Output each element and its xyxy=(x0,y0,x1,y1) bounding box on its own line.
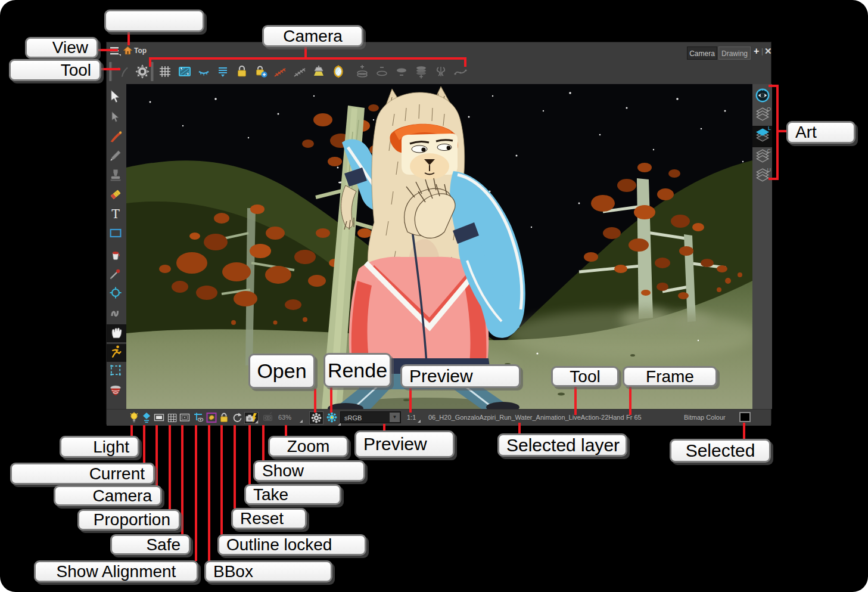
onion-skin-next-icon[interactable] xyxy=(216,64,230,79)
contour-editor-tool-icon[interactable] xyxy=(108,305,125,323)
take-snapshot-icon[interactable] xyxy=(244,412,259,424)
show-snapshot-icon[interactable] xyxy=(263,412,275,424)
connector-line xyxy=(314,389,316,413)
callout-current: Current xyxy=(10,463,155,485)
callout-reset: Reset xyxy=(231,508,307,529)
gear-icon[interactable] xyxy=(134,63,151,80)
show-alignment-icon[interactable] xyxy=(193,412,205,424)
add-view-icon[interactable]: + xyxy=(754,46,759,57)
proportion-grid-icon[interactable] xyxy=(167,412,179,424)
safe-area-icon[interactable] xyxy=(179,412,191,424)
overlay-letter: O xyxy=(767,106,771,112)
callout-opengl: Open xyxy=(248,354,315,389)
add-drawing-layer-icon[interactable] xyxy=(355,64,369,79)
brush-tool-icon[interactable] xyxy=(108,129,125,147)
callout-outline-locked: Outline locked xyxy=(217,534,366,556)
line-art-icon[interactable]: L xyxy=(752,126,772,147)
colour-art-icon[interactable]: C xyxy=(752,148,772,168)
connector-line xyxy=(181,425,183,535)
connector-line xyxy=(248,425,251,485)
view-main-area: T xyxy=(107,84,771,409)
light-table-icon[interactable] xyxy=(312,64,326,79)
underlay-art-letter: U xyxy=(767,167,771,173)
transform-tool-icon[interactable] xyxy=(108,110,125,128)
frame-counter: Fr 65 xyxy=(626,414,642,421)
paint-tool-icon[interactable] xyxy=(108,247,125,265)
dropper-tool-icon[interactable] xyxy=(108,266,125,284)
camera-mask-icon[interactable] xyxy=(154,412,166,424)
svg-text:T: T xyxy=(111,207,120,221)
underlay-art-icon[interactable]: U xyxy=(752,168,772,187)
callout-proportion: Proportion xyxy=(77,509,181,531)
onion-skin-previous-icon[interactable] xyxy=(197,64,211,79)
connector-line xyxy=(149,58,151,67)
callout-selected-colour: Selected xyxy=(670,439,771,463)
close-view-icon[interactable]: ✕ xyxy=(764,46,772,57)
lock-and-add-icon[interactable] xyxy=(254,64,268,79)
connector-line xyxy=(769,178,777,180)
animate-tool-icon[interactable] xyxy=(107,344,126,362)
zoom-menu-arrow-icon[interactable] xyxy=(300,420,303,423)
connector-line xyxy=(234,425,236,509)
marquee-select-tool-icon[interactable] xyxy=(108,363,125,381)
tab-drawing[interactable]: Drawing xyxy=(718,47,751,60)
outline-locked-drawings-icon[interactable] xyxy=(219,412,231,424)
connector-line xyxy=(98,49,118,51)
remove-drawing-layer-icon[interactable] xyxy=(375,64,389,79)
current-view-name: Top xyxy=(134,47,147,55)
connector-line xyxy=(155,425,158,486)
callout-preview-colour-space: Preview xyxy=(354,430,455,458)
callout-art: Art xyxy=(786,121,855,144)
reset-view-icon[interactable] xyxy=(232,412,244,424)
home-icon[interactable] xyxy=(123,45,133,55)
tab-camera[interactable]: Camera xyxy=(687,47,717,60)
scene-illustration xyxy=(126,84,752,409)
preview-eye-icon[interactable] xyxy=(752,88,772,107)
camera-stage-canvas[interactable] xyxy=(126,84,752,409)
tools-toolbar: T xyxy=(107,84,126,409)
chevron-down-icon[interactable]: ▼ xyxy=(390,413,400,422)
colour-space-select[interactable]: sRGB ▼ xyxy=(340,411,401,423)
overlay-art-icon[interactable]: O xyxy=(752,107,772,126)
connector-line xyxy=(220,425,223,535)
select-tool-icon[interactable] xyxy=(108,89,125,107)
tool-presets-icon[interactable] xyxy=(115,64,130,79)
eraser-tool-icon[interactable] xyxy=(108,187,125,205)
rotate-view-tool-icon[interactable] xyxy=(108,383,125,401)
connector-line xyxy=(149,57,466,60)
show-current-drawing-on-top-icon[interactable] xyxy=(394,64,409,79)
colour-swatch[interactable] xyxy=(739,412,751,422)
rectangle-tool-icon[interactable] xyxy=(108,226,125,244)
centre-tool-icon[interactable] xyxy=(108,286,125,303)
connector-line xyxy=(769,85,777,87)
mirror-view-icon[interactable] xyxy=(331,64,346,79)
lock-icon[interactable] xyxy=(235,64,249,79)
callout-view: View xyxy=(25,37,98,58)
opengl-view-icon[interactable] xyxy=(309,411,323,424)
connector-line xyxy=(127,32,130,45)
hand-tool-icon[interactable] xyxy=(107,324,126,342)
camera-mask-icon[interactable] xyxy=(178,64,192,79)
zoom-level-value[interactable]: 63% xyxy=(278,414,291,421)
pencil-tool-icon[interactable] xyxy=(108,148,125,166)
merge-layers-icon[interactable] xyxy=(414,64,428,79)
current-drawing-on-top-icon[interactable] xyxy=(141,412,153,424)
selected-layer-name: 06_H20_GonzaloAzpiri_Run_Water_Animation… xyxy=(428,414,624,421)
toolbar-grip[interactable] xyxy=(109,62,112,81)
grid-icon[interactable] xyxy=(158,64,172,79)
onion-grey-marks-icon[interactable] xyxy=(293,64,307,79)
connector-line xyxy=(143,425,145,463)
text-tool-icon[interactable]: T xyxy=(108,207,125,225)
callout-tool-toolbar: Tool xyxy=(9,59,101,81)
bbox-selection-style-icon[interactable] xyxy=(206,412,218,424)
light-table-icon[interactable] xyxy=(129,412,141,424)
camera-status-bar: 63% sRGB ▼ 1:1 06_H20_GonzaloAzpiri_Run_… xyxy=(107,409,771,426)
onion-red-marks-icon[interactable] xyxy=(273,64,287,79)
flip-horizontal-icon[interactable] xyxy=(434,64,448,79)
render-view-icon[interactable] xyxy=(325,411,340,424)
callout-render: Rende xyxy=(323,353,391,388)
bitmap-colour-label: Bitmap Colour xyxy=(684,414,726,421)
resolution-menu-arrow-icon[interactable] xyxy=(418,420,421,423)
stamp-tool-icon[interactable] xyxy=(108,168,125,186)
preview-resolution-value[interactable]: 1:1 xyxy=(407,414,416,421)
